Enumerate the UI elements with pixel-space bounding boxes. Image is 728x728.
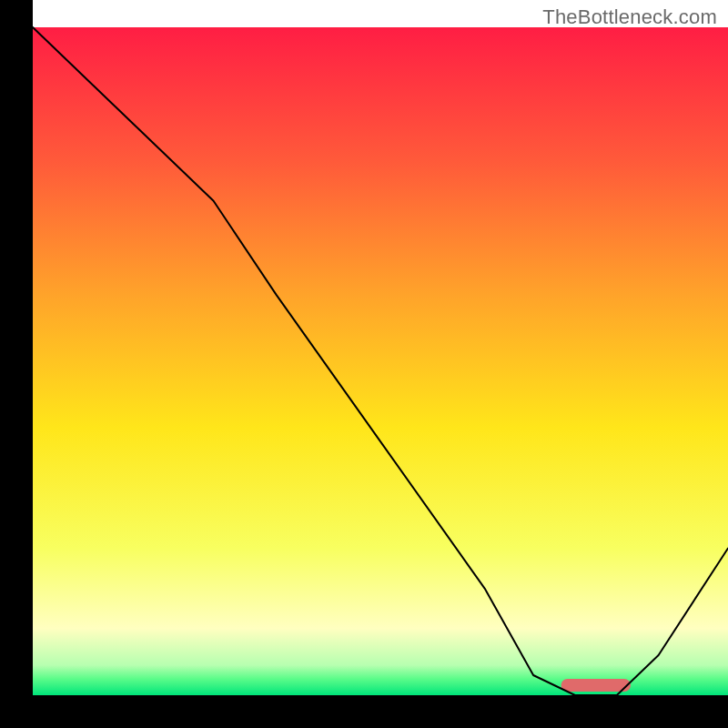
bottleneck-chart bbox=[0, 0, 728, 728]
plot-area bbox=[33, 27, 728, 695]
watermark-text: TheBottleneck.com bbox=[542, 5, 717, 29]
chart-frame: TheBottleneck.com bbox=[0, 0, 728, 728]
axis-bottom bbox=[0, 695, 728, 728]
optimal-marker bbox=[561, 679, 631, 692]
axis-left bbox=[0, 0, 33, 728]
